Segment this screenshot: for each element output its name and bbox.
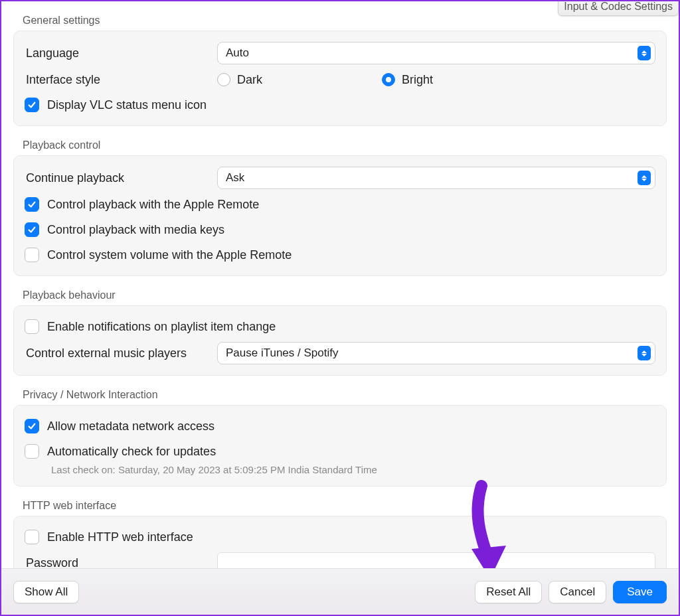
group-general: General settings Language Auto Interface…: [13, 8, 667, 126]
group-box-general: Language Auto Interface style Dark: [13, 31, 667, 126]
language-select[interactable]: Auto: [217, 42, 655, 64]
continue-playback-select[interactable]: Ask: [217, 167, 655, 189]
continue-playback-value: Ask: [226, 171, 244, 185]
language-label: Language: [25, 46, 217, 60]
checkbox-icon: [25, 248, 39, 262]
metadata-checkbox-row[interactable]: Allow metadata network access: [25, 414, 655, 439]
updown-icon: [638, 171, 651, 185]
updates-checkbox-row[interactable]: Automatically check for updates: [25, 439, 655, 464]
password-input[interactable]: [217, 552, 655, 568]
group-title-general: General settings: [13, 8, 667, 31]
last-check-text: Last check on: Saturday, 20 May 2023 at …: [25, 464, 655, 478]
password-label: Password: [25, 556, 217, 569]
group-privacy: Privacy / Network Interaction Allow meta…: [13, 382, 667, 487]
checkbox-label: Automatically check for updates: [47, 445, 216, 459]
checkbox-icon: [25, 98, 39, 112]
cancel-button[interactable]: Cancel: [549, 581, 606, 603]
checkbox-label: Control system volume with the Apple Rem…: [47, 248, 292, 262]
status-menu-checkbox-row[interactable]: Display VLC status menu icon: [25, 92, 655, 117]
continue-playback-label: Continue playback: [25, 171, 217, 185]
group-title-playback-behaviour: Playback behaviour: [13, 283, 667, 305]
group-box-playback-control: Continue playback Ask Control playback w…: [13, 155, 667, 276]
external-players-label: Control external music players: [25, 346, 217, 360]
updown-icon: [638, 46, 651, 60]
radio-icon: [382, 73, 395, 86]
updown-icon: [638, 346, 651, 360]
checkbox-icon: [25, 419, 39, 433]
checkbox-icon: [25, 530, 39, 544]
settings-scroll-area: General settings Language Auto Interface…: [1, 1, 679, 568]
save-button[interactable]: Save: [613, 581, 667, 603]
checkbox-icon: [25, 222, 39, 237]
radio-label: Dark: [237, 73, 262, 87]
checkbox-icon: [25, 444, 39, 459]
group-playback-behaviour: Playback behaviour Enable notifications …: [13, 283, 667, 376]
interface-style-bright-radio[interactable]: Bright: [382, 73, 433, 87]
media-keys-checkbox-row[interactable]: Control playback with media keys: [25, 217, 655, 242]
checkbox-label: Control playback with media keys: [47, 223, 224, 237]
show-all-button[interactable]: Show All: [13, 581, 79, 603]
external-players-select[interactable]: Pause iTunes / Spotify: [217, 342, 655, 364]
group-playback-control: Playback control Continue playback Ask C…: [13, 133, 667, 276]
checkbox-label: Enable notifications on playlist item ch…: [47, 320, 276, 334]
interface-style-radiogroup: Dark Bright: [217, 73, 433, 87]
group-box-playback-behaviour: Enable notifications on playlist item ch…: [13, 305, 667, 376]
system-volume-checkbox-row[interactable]: Control system volume with the Apple Rem…: [25, 242, 655, 268]
radio-label: Bright: [402, 73, 433, 87]
apple-remote-checkbox-row[interactable]: Control playback with the Apple Remote: [25, 192, 655, 217]
group-title-http: HTTP web interface: [13, 493, 667, 516]
checkbox-icon: [25, 197, 39, 212]
group-box-privacy: Allow metadata network access Automatica…: [13, 405, 667, 487]
interface-style-label: Interface style: [25, 73, 217, 87]
interface-style-dark-radio[interactable]: Dark: [217, 73, 262, 87]
language-select-value: Auto: [226, 46, 249, 60]
notifications-checkbox-row[interactable]: Enable notifications on playlist item ch…: [25, 314, 655, 339]
group-title-playback-control: Playback control: [13, 133, 667, 155]
group-title-privacy: Privacy / Network Interaction: [13, 382, 667, 405]
radio-icon: [217, 73, 230, 86]
checkbox-label: Enable HTTP web interface: [47, 530, 193, 544]
checkbox-label: Display VLC status menu icon: [47, 98, 207, 112]
external-players-value: Pause iTunes / Spotify: [226, 346, 338, 360]
group-box-http: Enable HTTP web interface Password: [13, 516, 667, 568]
http-enable-checkbox-row[interactable]: Enable HTTP web interface: [25, 524, 655, 550]
reset-all-button[interactable]: Reset All: [475, 581, 542, 603]
footer-bar: Show All Reset All Cancel Save: [1, 568, 679, 615]
checkbox-label: Control playback with the Apple Remote: [47, 198, 259, 212]
checkbox-icon: [25, 319, 39, 334]
checkbox-label: Allow metadata network access: [47, 420, 214, 433]
group-http: HTTP web interface Enable HTTP web inter…: [13, 493, 667, 568]
